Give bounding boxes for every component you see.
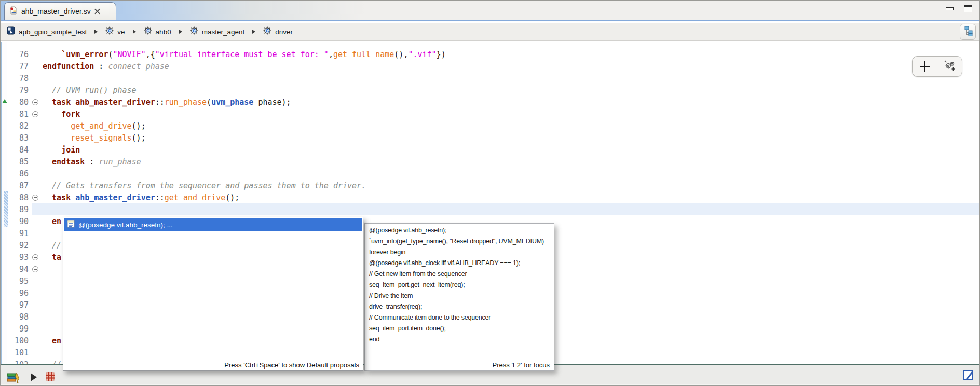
line-number[interactable]: 79 [7, 86, 30, 95]
fold-column [30, 195, 40, 201]
editor-quick-buttons [912, 56, 962, 77]
line-number[interactable]: 89 [7, 205, 30, 214]
breadcrumb-separator-icon [133, 30, 136, 34]
minimize-icon[interactable] [946, 7, 954, 10]
line-number[interactable]: 98 [7, 312, 30, 322]
line-number[interactable]: 95 [7, 277, 30, 286]
preview-code-line: @(posedge vif.ahb_resetn); [369, 225, 550, 236]
fold-collapse-icon[interactable] [32, 99, 38, 105]
tab-title: ahb_master_driver.sv [21, 7, 91, 16]
line-number[interactable]: 85 [7, 157, 30, 167]
line-number[interactable]: 77 [7, 62, 30, 71]
breadcrumb-item-ve[interactable]: C ve [105, 26, 125, 37]
class-icon: C [105, 26, 114, 37]
line-number[interactable]: 81 [7, 109, 30, 119]
refactor-settings-button[interactable] [937, 57, 962, 76]
line-number[interactable]: 90 [7, 217, 30, 226]
close-icon[interactable] [94, 8, 100, 14]
class-icon: C [263, 26, 271, 37]
code-line-89[interactable]: 89 [7, 203, 980, 215]
fold-collapse-icon[interactable] [32, 195, 38, 201]
run-triangle-icon[interactable] [31, 373, 37, 381]
line-number[interactable]: 91 [7, 229, 30, 238]
maximize-icon[interactable] [964, 5, 972, 12]
line-number[interactable]: 94 [7, 265, 30, 274]
breadcrumb-separator-icon [94, 30, 98, 34]
breadcrumb: apb_gpio_simple_test C ve [1, 23, 980, 41]
preview-hint-text: Press 'F2' for focus [493, 361, 550, 369]
code-line-80[interactable]: 80 task ahb_master_driver::run_phase(uvm… [7, 96, 980, 108]
code-line-85[interactable]: 85 endtask : run_phase [7, 156, 980, 168]
line-number[interactable]: 84 [7, 145, 30, 155]
add-button[interactable] [913, 57, 937, 76]
red-grid-icon[interactable] [45, 371, 55, 383]
code-text: en [40, 336, 61, 346]
content-assist-popup: @(posedge vif.ahb_resetn); ... Press 'Ct… [63, 217, 363, 371]
line-number[interactable]: 80 [7, 98, 30, 107]
line-number[interactable]: 87 [7, 181, 30, 190]
line-number[interactable]: 88 [7, 193, 30, 202]
library-icon[interactable] [7, 371, 21, 385]
preview-code-line: `uvm_info(get_type_name(), "Reset droppe… [369, 236, 550, 247]
breadcrumb-item-test[interactable]: apb_gpio_simple_test [7, 26, 87, 37]
annotation-ruler[interactable] [1, 42, 7, 364]
line-number[interactable]: 82 [7, 121, 30, 131]
gears-icon [944, 60, 956, 73]
fold-collapse-icon[interactable] [32, 111, 38, 117]
line-number[interactable]: 97 [7, 300, 30, 310]
dvt-editor-window: ahb_master_driver.sv apb_gpio_simple_tes… [0, 0, 980, 386]
breadcrumb-item-driver[interactable]: C driver [263, 26, 293, 37]
preview-code-line: forever begin [369, 247, 550, 258]
code-line-81[interactable]: 81 fork [7, 108, 980, 120]
line-number[interactable]: 102 [7, 360, 30, 364]
fold-column [30, 99, 40, 105]
fold-collapse-icon[interactable] [32, 266, 38, 272]
fold-collapse-icon[interactable] [32, 254, 38, 260]
tab-ahb-master-driver[interactable]: ahb_master_driver.sv [4, 2, 116, 20]
breadcrumb-separator-icon [179, 30, 182, 34]
preview-code-line: // Communicate item done to the sequence… [369, 312, 550, 323]
code-line-86[interactable]: 86 [7, 168, 980, 180]
preview-code-line: @(posedge vif.ahb_clock iff vif.AHB_HREA… [369, 258, 550, 269]
line-number[interactable]: 93 [7, 253, 30, 262]
preview-code-line: seq_item_port.item_done(); [369, 323, 550, 334]
breadcrumb-separator-icon [252, 30, 255, 34]
code-text: // [40, 241, 61, 250]
code-text: endtask : run_phase [40, 157, 141, 167]
line-number[interactable]: 99 [7, 324, 30, 334]
line-number[interactable]: 92 [7, 241, 30, 250]
outline-toggle-button[interactable] [960, 24, 976, 40]
line-number[interactable]: 78 [7, 74, 30, 83]
breadcrumb-item-ahb0[interactable]: C ahb0 [144, 26, 171, 37]
code-line-82[interactable]: 82 get_and_drive(); [7, 120, 980, 132]
code-line-88[interactable]: 88 task ahb_master_driver::get_and_drive… [7, 191, 980, 203]
template-preview-body: @(posedge vif.ahb_resetn);`uvm_info(get_… [365, 224, 554, 347]
code-line-76[interactable]: 76 `uvm_error("NOVIF",{"virtual interfac… [7, 48, 980, 60]
line-number[interactable]: 76 [7, 50, 30, 59]
line-number[interactable]: 86 [7, 169, 30, 178]
code-text: task ahb_master_driver::run_phase(uvm_ph… [40, 98, 291, 107]
svg-text:C: C [266, 28, 269, 33]
class-icon: C [144, 26, 152, 37]
code-line-77[interactable]: 77endfunction : connect_phase [7, 60, 980, 72]
code-line-78[interactable]: 78 [7, 72, 980, 84]
preview-code-line: // Get new item from the sequencer [369, 269, 550, 280]
svg-text:C: C [108, 28, 111, 33]
line-number[interactable]: 101 [7, 348, 30, 357]
proposal-item-label: @(posedge vif.ahb_resetn); ... [78, 221, 173, 229]
line-number[interactable]: 83 [7, 133, 30, 143]
code-line-83[interactable]: 83 reset_signals(); [7, 132, 980, 144]
line-number[interactable]: 96 [7, 288, 30, 298]
code-line-84[interactable]: 84 join [7, 144, 980, 156]
code-text: fork [40, 109, 80, 119]
smart-insert-mode-icon [963, 370, 973, 380]
breadcrumb-item-master-agent[interactable]: C master_agent [190, 26, 245, 37]
code-text: endfunction : connect_phase [40, 62, 169, 71]
class-icon: C [190, 26, 198, 37]
code-line-79[interactable]: 79 // UVM run() phase [7, 84, 980, 96]
line-number[interactable]: 100 [7, 336, 30, 346]
code-line-87[interactable]: 87 // Gets transfers from the sequencer … [7, 180, 980, 191]
plus-icon [920, 61, 930, 72]
sv-file-icon [9, 6, 18, 17]
proposal-item-selected[interactable]: @(posedge vif.ahb_resetn); ... [64, 218, 362, 231]
